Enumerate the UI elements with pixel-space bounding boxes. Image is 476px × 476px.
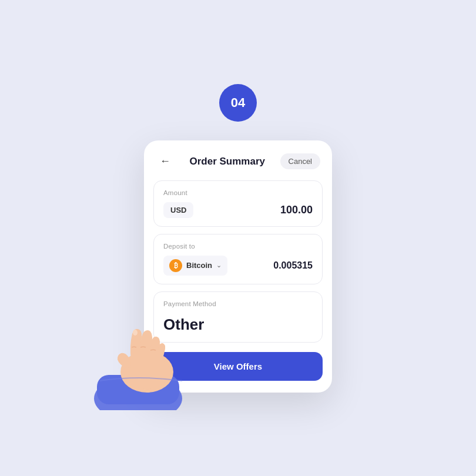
amount-row: USD 100.00 [163,202,313,218]
deposit-row: ₿ Bitcoin ⌄ 0.005315 [163,256,313,276]
card-title: Order Summary [190,156,266,167]
card-body: Amount USD 100.00 Deposit to ₿ B [144,180,332,393]
deposit-value: 0.005315 [273,260,313,271]
payment-method-label: Payment Method [163,300,313,307]
amount-value: 100.00 [280,204,313,216]
deposit-section: Deposit to ₿ Bitcoin ⌄ 0.005315 [153,234,323,284]
view-offers-button[interactable]: View Offers [153,352,323,381]
step-badge-label: 04 [231,95,245,110]
step-badge: 04 [219,84,257,122]
order-summary-card: ← Order Summary Cancel Amount USD 100.00 [144,140,332,393]
btc-icon: ₿ [169,259,182,272]
payment-method-value: Other [163,313,313,334]
payment-method-section: Payment Method Other [153,291,323,343]
amount-label: Amount [163,189,313,196]
back-arrow-icon: ← [160,155,170,167]
back-button[interactable]: ← [156,152,175,171]
bitcoin-selector[interactable]: ₿ Bitcoin ⌄ [163,256,227,276]
card-wrapper: ← Order Summary Cancel Amount USD 100.00 [144,140,332,393]
currency-badge: USD [163,202,193,218]
amount-section: Amount USD 100.00 [153,180,323,227]
scene: 04 ← Order Summary Cancel Amount USD 10 [0,0,476,476]
bitcoin-label: Bitcoin [186,261,212,270]
btc-symbol: ₿ [174,262,178,270]
card-header: ← Order Summary Cancel [144,140,332,180]
svg-point-3 [133,330,138,336]
cancel-button[interactable]: Cancel [280,153,320,169]
deposit-label: Deposit to [163,243,313,250]
chevron-down-icon: ⌄ [216,262,222,269]
